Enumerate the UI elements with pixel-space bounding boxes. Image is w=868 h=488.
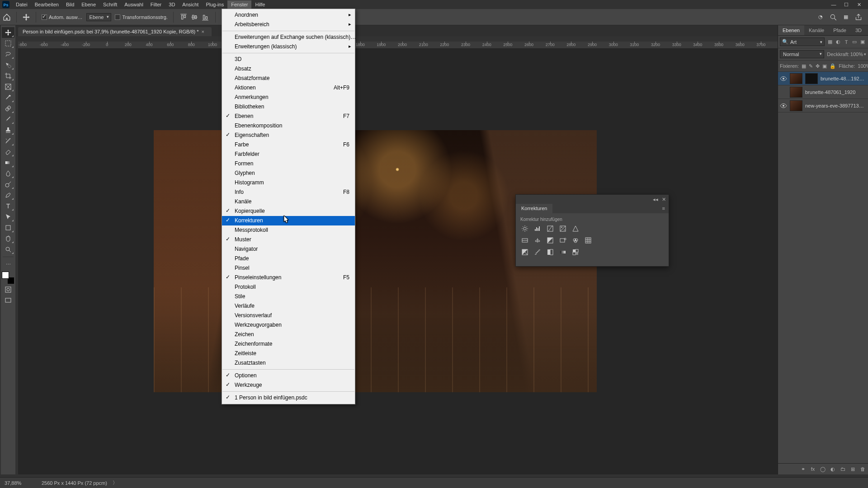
auto-select-checkbox[interactable]: Autom. ausw… <box>42 14 83 20</box>
lock-all-icon[interactable]: 🔒 <box>830 62 836 70</box>
chevron-down-icon[interactable]: ▾ <box>864 52 866 56</box>
close-tab-icon[interactable]: × <box>202 29 204 34</box>
menu-bild[interactable]: Bild <box>62 0 78 9</box>
new-layer-icon[interactable]: ⊞ <box>849 465 856 473</box>
menu-plug-ins[interactable]: Plug-ins <box>202 0 227 9</box>
channel-mixer-icon[interactable] <box>571 236 580 244</box>
hand-tool[interactable] <box>2 233 14 244</box>
menuitem-versionsverlauf[interactable]: Versionsverlauf <box>222 311 355 320</box>
brightness-icon[interactable] <box>520 225 529 233</box>
marquee-tool[interactable] <box>2 38 14 49</box>
menuitem-stile[interactable]: Stile <box>222 292 355 301</box>
eyedropper-tool[interactable] <box>2 92 14 103</box>
close-button[interactable]: ✕ <box>856 1 862 8</box>
dodge-tool[interactable] <box>2 179 14 190</box>
frame-tool[interactable] <box>2 81 14 92</box>
lock-pixels-icon[interactable]: ▦ <box>802 62 806 70</box>
layer-mask-icon[interactable]: ◯ <box>819 465 826 473</box>
zoom-field[interactable]: 37,88% <box>5 480 36 486</box>
menuitem-3d[interactable]: 3D <box>222 55 355 64</box>
menuitem-histogramm[interactable]: Histogramm <box>222 178 355 188</box>
menuitem-eigenschaften[interactable]: Eigenschaften <box>222 131 355 140</box>
menuitem-protokoll[interactable]: Protokoll <box>222 282 355 292</box>
menuitem-werkzeugvorgaben[interactable]: Werkzeugvorgaben <box>222 320 355 330</box>
workspace-icon[interactable]: ▦ <box>842 13 850 21</box>
opacity-value[interactable]: 100% <box>850 52 863 57</box>
filter-shape-icon[interactable]: ▭ <box>851 38 858 46</box>
search-icon[interactable] <box>829 13 837 21</box>
crop-tool[interactable] <box>2 70 14 81</box>
menuitem-zeichenformate[interactable]: Zeichenformate <box>222 339 355 349</box>
menuitem-erweiterungen-auf-exchange-suchen-klassisch[interactable]: Erweiterungen auf Exchange suchen (klass… <box>222 33 355 42</box>
menuitem-pinseleinstellungen[interactable]: PinseleinstellungenF5 <box>222 273 355 282</box>
shape-tool[interactable] <box>2 222 14 233</box>
filter-pixel-icon[interactable]: ▦ <box>826 38 834 46</box>
menuitem-1-person-in-bild-einf-gen-psdc[interactable]: 1 Person in bild einfügen.psdc <box>222 393 355 403</box>
move-tool-icon[interactable] <box>22 13 30 21</box>
filter-kind-select[interactable]: 🔍 Art ▾ <box>780 38 825 46</box>
menuitem-optionen[interactable]: Optionen <box>222 371 355 380</box>
share-icon[interactable] <box>854 13 863 21</box>
link-layers-icon[interactable]: ⚭ <box>799 465 807 473</box>
edit-toolbar-icon[interactable]: ⋯ <box>2 259 14 270</box>
layer-name[interactable]: new-years-eve-3897713_1920 <box>805 103 866 108</box>
auto-select-mode[interactable]: Ebene <box>86 13 112 21</box>
threshold-icon[interactable] <box>546 248 555 256</box>
exposure-icon[interactable] <box>558 225 567 233</box>
menuitem-aktionen[interactable]: AktionenAlt+F9 <box>222 83 355 93</box>
panel-header[interactable]: ◂◂ ✕ <box>516 195 669 204</box>
adjustment-layer-icon[interactable]: ◐ <box>829 465 836 473</box>
maximize-button[interactable]: ☐ <box>843 1 849 8</box>
align-top-icon[interactable] <box>179 13 188 21</box>
healing-tool[interactable] <box>2 103 14 114</box>
layer-row[interactable]: brunette-487061_1920 <box>778 85 868 99</box>
menu-auswahl[interactable]: Auswahl <box>121 0 147 9</box>
lock-artboard-icon[interactable]: ▣ <box>822 62 827 70</box>
menuitem-kopierquelle[interactable]: Kopierquelle <box>222 206 355 216</box>
layer-style-icon[interactable]: fx <box>809 465 816 473</box>
color-balance-icon[interactable] <box>533 236 542 244</box>
menuitem-korrekturen[interactable]: Korrekturen <box>222 216 355 225</box>
menuitem-glyphen[interactable]: Glyphen <box>222 169 355 178</box>
menu-ansicht[interactable]: Ansicht <box>179 0 202 9</box>
filter-type-icon[interactable]: T <box>843 38 850 46</box>
blur-tool[interactable] <box>2 168 14 179</box>
menuitem-ebenen[interactable]: EbenenF7 <box>222 112 355 121</box>
menuitem-ebenenkomposition[interactable]: Ebenenkomposition <box>222 121 355 131</box>
collapse-icon[interactable]: ◂◂ <box>652 196 659 202</box>
menu-3d[interactable]: 3D <box>165 0 179 9</box>
menuitem-farbe[interactable]: FarbeF6 <box>222 140 355 150</box>
menuitem-absatz[interactable]: Absatz <box>222 64 355 74</box>
layer-row[interactable]: new-years-eve-3897713_1920 <box>778 99 868 113</box>
layer-thumbnail[interactable] <box>790 73 802 84</box>
menu-fenster[interactable]: Fenster <box>227 0 251 9</box>
zoom-tool[interactable] <box>2 244 14 255</box>
menuitem-farbfelder[interactable]: Farbfelder <box>222 150 355 159</box>
menuitem-pinsel[interactable]: Pinsel <box>222 263 355 273</box>
layer-name[interactable]: brunette-48…1920 Kopie <box>821 76 866 81</box>
menu-hilfe[interactable]: Hilfe <box>251 0 269 9</box>
stamp-tool[interactable] <box>2 125 14 136</box>
menuitem-erweiterungen-klassisch[interactable]: Erweiterungen (klassisch) <box>222 42 355 52</box>
levels-icon[interactable] <box>533 225 542 233</box>
menuitem-anordnen[interactable]: Anordnen <box>222 10 355 20</box>
fill-value[interactable]: 100% <box>858 63 868 69</box>
minimize-button[interactable]: — <box>830 1 837 8</box>
cloud-docs-icon[interactable]: ◔ <box>816 13 825 21</box>
document-tab[interactable]: Person in bild einfügen.psdc bei 37,9% (… <box>18 27 212 36</box>
panel-tab-pfade[interactable]: Pfade <box>829 25 851 35</box>
hue-sat-icon[interactable] <box>520 236 529 244</box>
visibility-icon[interactable] <box>780 89 787 96</box>
layer-thumbnail[interactable] <box>790 87 802 98</box>
lasso-tool[interactable] <box>2 49 14 60</box>
menu-schrift[interactable]: Schrift <box>99 0 121 9</box>
move-tool[interactable] <box>2 27 14 38</box>
selective-color-icon[interactable] <box>571 248 580 256</box>
color-swatches[interactable] <box>2 272 14 284</box>
brush-tool[interactable] <box>2 114 14 125</box>
menu-bearbeiten[interactable]: Bearbeiten <box>31 0 62 9</box>
panel-tab-3d[interactable]: 3D <box>851 25 866 35</box>
panel-menu-icon[interactable]: ≡ <box>659 204 669 213</box>
lock-paint-icon[interactable]: ✎ <box>809 62 813 70</box>
history-brush-tool[interactable] <box>2 136 14 146</box>
